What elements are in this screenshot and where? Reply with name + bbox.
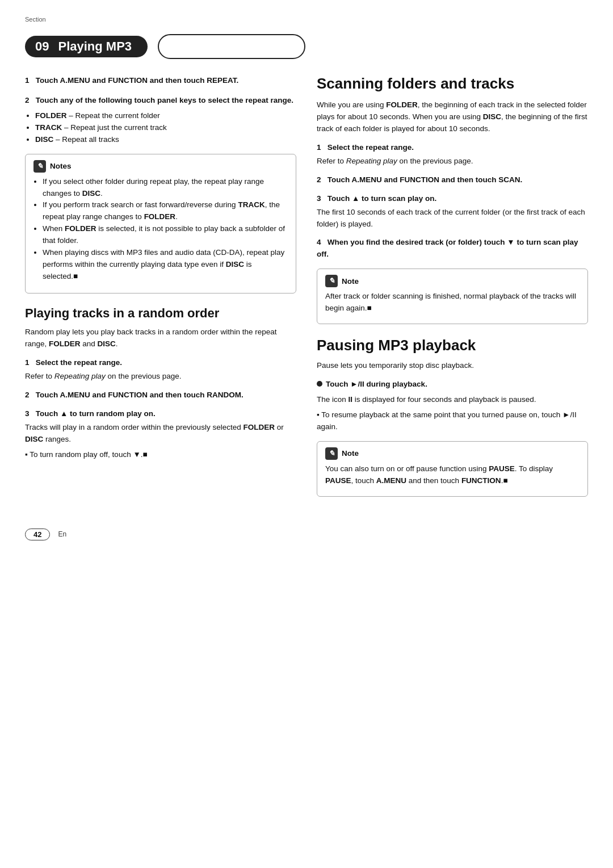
pausing-bullet-heading-wrap: Touch ►/II during playback. [317, 379, 588, 391]
scanning-heading: Scanning folders and tracks [317, 75, 588, 93]
random-intro: Random play lets you play back tracks in… [25, 326, 296, 350]
section-number: 09 [35, 39, 49, 54]
scan-step3-body: The first 10 seconds of each track of th… [317, 207, 588, 230]
bullet-dot-icon [317, 381, 322, 387]
two-column-layout: 1 Touch A.MENU and FUNCTION and then tou… [25, 75, 588, 505]
step2-heading: 2 Touch any of the following touch panel… [25, 95, 296, 107]
scan-step3-heading: 3 Touch ▲ to turn scan play on. [317, 193, 588, 205]
pausing-note-title: ✎ Note [325, 447, 580, 460]
repeat-disc-item: DISC – Repeat all tracks [35, 134, 296, 146]
scan-step2-heading: 2 Touch A.MENU and FUNCTION and then tou… [317, 174, 588, 186]
notes-icon: ✎ [33, 160, 46, 173]
random-step3-heading: 3 Touch ▲ to turn random play on. [25, 408, 296, 420]
random-section-heading: Playing tracks in a random order [25, 306, 296, 321]
note1: If you select other folder during repeat… [43, 176, 288, 200]
pausing-note-box: ✎ Note You can also turn on or off pause… [317, 441, 588, 497]
note3: When FOLDER is selected, it is not possi… [43, 223, 288, 247]
random-step2-heading: 2 Touch A.MENU and FUNCTION and then tou… [25, 389, 296, 401]
footer-lang: En [58, 530, 66, 538]
scan-step1-body: Refer to Repeating play on the previous … [317, 156, 588, 167]
note4: When playing discs with MP3 files and au… [43, 247, 288, 283]
scan-step1-heading: 1 Select the repeat range. [317, 142, 588, 154]
pausing-bullet-heading: Touch ►/II during playback. [326, 379, 427, 391]
pausing-heading: Pausing MP3 playback [317, 337, 588, 354]
section-label: Section [25, 16, 46, 23]
footer: 42 En [25, 523, 588, 540]
notes-box: ✎ Notes If you select other folder durin… [25, 154, 296, 293]
random-step1-heading: 1 Select the repeat range. [25, 357, 296, 369]
scan-note-body: After track or folder scanning is finish… [325, 291, 580, 315]
pausing-sub-bullet: ▪ To resume playback at the same point t… [317, 409, 588, 433]
right-column: Scanning folders and tracks While you ar… [317, 75, 588, 505]
scan-note-icon: ✎ [325, 275, 338, 287]
pausing-note-body: You can also turn on or off pause functi… [325, 463, 580, 487]
section-header: 09 Playing MP3 [25, 36, 148, 57]
scan-step4-heading: 4 When you find the desired track (or fo… [317, 237, 588, 261]
repeat-track-item: TRACK – Repeat just the current track [35, 122, 296, 134]
random-step3-body: Tracks will play in a random order withi… [25, 422, 296, 446]
notes-list: If you select other folder during repeat… [43, 176, 288, 283]
scan-note-title: ✎ Note [325, 275, 580, 287]
page-number: 42 [25, 529, 50, 540]
step1-heading: 1 Touch A.MENU and FUNCTION and then tou… [25, 75, 296, 87]
left-column: 1 Touch A.MENU and FUNCTION and then tou… [25, 75, 296, 505]
scanning-intro: While you are using FOLDER, the beginnin… [317, 99, 588, 135]
page: Section 09 Playing MP3 1 Touch A.MENU an… [0, 0, 613, 868]
scan-note-box: ✎ Note After track or folder scanning is… [317, 269, 588, 324]
repeat-folder-item: FOLDER – Repeat the current folder [35, 110, 296, 122]
pausing-note-icon: ✎ [325, 447, 338, 460]
note2: If you perform track search or fast forw… [43, 199, 288, 223]
random-step1-body: Refer to Repeating play on the previous … [25, 371, 296, 383]
random-turnoff-bullet: ▪ To turn random play off, touch ▼.■ [25, 449, 296, 461]
header-right-box [158, 34, 305, 59]
pausing-intro: Pause lets you temporarily stop disc pla… [317, 360, 588, 372]
repeat-range-list: FOLDER – Repeat the current folder TRACK… [35, 110, 296, 146]
section-title: Playing MP3 [58, 39, 132, 54]
pausing-bullet-body: The icon II is displayed for four second… [317, 394, 588, 406]
notes-title: ✎ Notes [33, 160, 288, 173]
